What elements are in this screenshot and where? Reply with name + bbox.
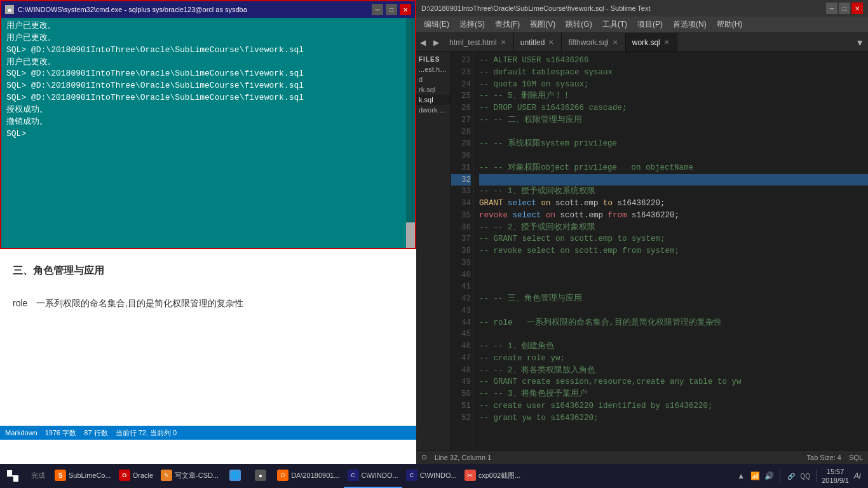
sublime-close-btn[interactable]: ✕ [851,3,863,14]
taskbar-item-screenshot[interactable]: ✂ cxp002截图... [461,464,525,488]
menu-edit[interactable]: 编辑(E) [419,18,454,31]
code-line-42: -- -- 三、角色管理与应用 [479,293,868,305]
tab-fifthwork-close[interactable]: ✕ [613,39,618,46]
file-item-ksql[interactable]: k.sql [416,95,451,105]
tab-work-sql[interactable]: work.sql ✕ [626,33,677,51]
code-line-43 [479,305,868,317]
code-line-50: -- -- 3、将角色授予某用户 [479,388,868,400]
taskbar-item-cmd1[interactable]: C C\WINDO... [344,464,402,488]
tab-work-close[interactable]: ✕ [664,39,669,46]
menu-find[interactable]: 查找(F) [490,18,525,31]
sublime-content: FILES ...est.html d rk.sql k.sql dwork.s… [416,52,868,450]
tray-sound-icon[interactable]: 🔊 [763,470,775,482]
tab-fifthwork[interactable]: fifthwork.sql ✕ [562,33,625,51]
cmd-scrollbar[interactable] [406,18,415,248]
tab-untitled-close[interactable]: ✕ [548,39,553,46]
cmd-line-8: 用户已更改。 [6,57,410,69]
cmd2-taskbar-icon: C [406,470,417,481]
tray-divider [780,470,780,482]
taskbar-item-browser[interactable]: 🌐 [222,464,248,488]
code-line-48: -- -- 2、将各类权限放入角色 [479,365,868,377]
tab-untitled[interactable]: untitled ✕ [514,33,562,51]
cmd-line-14: 授权成功。 [6,104,410,116]
doc-lang: Markdown [5,429,37,437]
code-line-33: -- -- 1、授予或回收系统权限 [479,186,868,198]
code-line-26: -- DROP USER s16436266 cascade; [479,102,868,114]
status-line-col: Line 32, Column 1 [435,454,491,461]
cmd-minimize-btn[interactable]: ─ [372,4,383,15]
taskbar-item-write[interactable]: ✎ 写文章-CSD... [157,464,222,488]
taskbar-complete[interactable]: 完成 [25,464,51,488]
taskbar: 完成 S SubLimeCo... O Oracle ✎ 写文章-CSD... … [0,464,868,488]
code-line-22: -- ALTER USER s16436266 [479,55,868,67]
code-line-34: GRANT select on scott.emp to s16436220; [479,198,868,210]
menu-tools[interactable]: 工具(T) [597,18,632,31]
tab-fifthwork-label: fifthwork.sql [568,38,608,47]
taskbar-item-app1[interactable]: ● [248,464,273,488]
tray-link-icon[interactable]: 🔗 [785,470,797,482]
write-taskbar-label: 写文章-CSD... [175,471,219,480]
menu-preferences[interactable]: 首选项(N) [668,18,712,31]
sublime-title: D:\20180901IntoThree\Oracle\SubLimeCours… [421,4,651,12]
tab-nav-left[interactable]: ◀ [416,33,430,51]
file-item-rksql[interactable]: rk.sql [416,85,451,95]
code-area[interactable]: 2223242526 2728293031 32 3334353637 3839… [451,52,868,450]
app1-taskbar-icon: ● [255,470,266,481]
status-tab-size: Tab Size: 4 [807,454,841,461]
tray-qq-icon[interactable]: QQ [799,470,811,482]
cmd-line-12: SQL> @D:\20180901IntoThree\Oracle\SubLim… [6,92,410,104]
cmd2-taskbar-label: C\WINDO... [420,471,457,479]
menu-view[interactable]: 视图(V) [525,18,560,31]
taskbar-item-oracle[interactable]: O Oracle [115,464,157,488]
screenshot-taskbar-icon: ✂ [465,470,476,481]
code-line-47: -- create role yw; [479,353,868,365]
menu-goto[interactable]: 跳转(G) [560,18,597,31]
menu-project[interactable]: 项目(P) [632,18,668,31]
file-item-dworksql[interactable]: dwork.sql [416,105,451,115]
line-numbers: 2223242526 2728293031 32 3334353637 3839… [451,52,474,450]
sublime-window: D:\20180901IntoThree\Oracle\SubLimeCours… [416,0,868,464]
tray-icon-1[interactable]: ▲ [735,470,747,482]
code-lines[interactable]: -- ALTER USER s16436266 -- default table… [474,52,868,450]
cmd-controls: ─ □ ✕ [372,4,411,15]
doc-chars: 1976 字数 [45,428,77,438]
sublime-minimize-btn[interactable]: ─ [826,3,837,14]
tab-html-test[interactable]: html_test.html ✕ [443,33,514,51]
code-line-32 [479,174,868,186]
cmd-title: C:\WINDOWS\system32\cmd.exe - sqlplus sy… [18,6,247,13]
taskbar-clock[interactable]: 15:57 2018/9/1 [822,467,849,485]
ai-label[interactable]: Ai [851,470,863,482]
cmd-line-6: SQL> @D:\20180901IntoThree\Oracle\SubLim… [6,44,410,57]
code-line-23: -- default tablespace sysaux [479,67,868,79]
tab-work-label: work.sql [632,38,660,47]
taskbar-start-btn[interactable] [0,464,25,488]
tab-more-btn[interactable]: ▼ [851,37,868,48]
tab-nav-right[interactable]: ▶ [430,33,443,51]
oracle-taskbar-label: Oracle [133,471,153,479]
doc-current-pos: 当前行 72, 当前列 0 [116,428,177,438]
cmd-maximize-btn[interactable]: □ [386,4,397,15]
code-line-25: -- -- 5、删除用户！！ [479,90,868,102]
taskbar-item-da[interactable]: D DA\20180901... [273,464,343,488]
doc-role-line: role 一系列权限的命名集合,目的是简化权限管理的复杂性 [13,295,407,311]
code-line-24: -- quota 10M on sysaux; [479,79,868,91]
taskbar-item-sublime[interactable]: S SubLimeCo... [51,464,115,488]
status-syntax: SQL [849,454,863,461]
sublime-maximize-btn[interactable]: □ [839,3,850,14]
taskbar-item-cmd2[interactable]: C C\WINDO... [402,464,461,488]
file-item-d[interactable]: d [416,74,451,85]
sublime-menubar: 编辑(E) 选择(S) 查找(F) 视图(V) 跳转(G) 工具(T) 项目(P… [416,17,868,33]
file-item-html[interactable]: ...est.html [416,64,451,74]
tray-network-icon[interactable]: 📶 [749,470,761,482]
tab-html-test-label: html_test.html [449,38,497,47]
cmd-scroll-thumb[interactable] [406,222,415,248]
sublime-controls: ─ □ ✕ [826,3,863,14]
cmd-body[interactable]: 用户已更改。 用户已更改。 SQL> @D:\20180901IntoThree… [1,18,415,248]
menu-help[interactable]: 帮助(H) [712,18,748,31]
cmd1-taskbar-label: C\WINDO... [362,471,398,479]
cmd-line-18: SQL> [6,128,410,140]
cmd-close-btn[interactable]: ✕ [400,4,411,15]
menu-select[interactable]: 选择(S) [454,18,490,31]
tab-html-test-close[interactable]: ✕ [501,39,506,46]
code-line-31: -- -- 对象权限object privilege on objectName [479,162,868,174]
